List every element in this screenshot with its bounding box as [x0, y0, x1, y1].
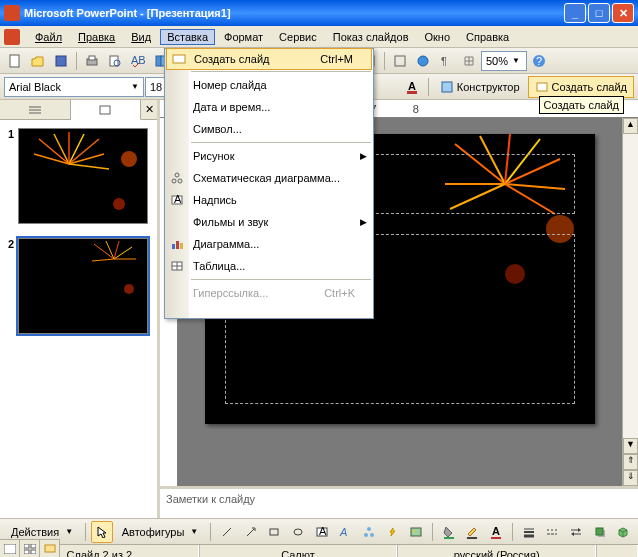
textbox-tool[interactable]: A — [311, 521, 333, 543]
arrow-style-tool[interactable] — [565, 521, 587, 543]
new-slide-button[interactable]: Создать слайд — [528, 76, 634, 98]
dm-new-slide[interactable]: Создать слайдCtrl+M — [166, 48, 372, 70]
doc-sys-icon[interactable] — [4, 29, 20, 45]
wordart-tool[interactable]: A — [334, 521, 356, 543]
tooltip-new-slide: Создать слайд — [539, 96, 624, 114]
thumb-1[interactable] — [18, 128, 148, 224]
tab-slides[interactable] — [71, 100, 142, 120]
zoom-combo[interactable]: 50%▼ — [481, 51, 527, 71]
svg-rect-54 — [24, 550, 29, 554]
help-button[interactable]: ? — [528, 50, 550, 72]
minimize-button[interactable]: _ — [564, 3, 586, 23]
line-style-tool[interactable] — [518, 521, 540, 543]
open-button[interactable] — [27, 50, 49, 72]
svg-point-71 — [294, 529, 302, 535]
svg-rect-51 — [4, 544, 16, 554]
dm-chart[interactable]: Диаграмма... — [165, 233, 373, 255]
svg-rect-27 — [407, 91, 417, 94]
line-color-tool[interactable] — [462, 521, 484, 543]
svg-point-79 — [413, 530, 415, 532]
svg-text:A: A — [319, 526, 327, 537]
menu-view[interactable]: Вид — [124, 29, 158, 45]
dm-picture[interactable]: Рисунок▶ — [165, 145, 373, 167]
image-tool[interactable] — [405, 521, 427, 543]
svg-rect-104 — [180, 243, 183, 249]
view-slideshow[interactable] — [40, 540, 60, 557]
menubar: Файл Правка Вид Вставка Формат Сервис По… — [0, 26, 638, 48]
font-color-button[interactable]: A — [402, 76, 424, 98]
svg-rect-96 — [173, 55, 185, 63]
powerpoint-icon — [4, 5, 20, 21]
print-button[interactable] — [81, 50, 103, 72]
preview-button[interactable] — [104, 50, 126, 72]
tab-outline[interactable] — [0, 100, 71, 119]
textbox-icon: A — [169, 192, 185, 208]
svg-rect-3 — [89, 56, 95, 60]
svg-rect-80 — [444, 537, 454, 539]
close-panel-button[interactable]: ✕ — [141, 100, 157, 119]
view-buttons — [0, 539, 60, 557]
thumb-row-2[interactable]: 2 — [4, 238, 153, 334]
design-button[interactable]: Конструктор — [433, 76, 527, 98]
svg-rect-1 — [56, 56, 66, 66]
spellcheck-button[interactable]: AB — [127, 50, 149, 72]
close-button[interactable]: ✕ — [612, 3, 634, 23]
svg-rect-83 — [491, 537, 501, 539]
menu-window[interactable]: Окно — [418, 29, 458, 45]
svg-point-42 — [121, 151, 137, 167]
dm-table[interactable]: Таблица... — [165, 255, 373, 277]
line-tool[interactable] — [216, 521, 238, 543]
thumb-row-1[interactable]: 1 — [4, 128, 153, 224]
notes-pane[interactable]: Заметки к слайду — [160, 486, 638, 518]
dm-slide-number[interactable]: Номер слайда — [165, 74, 373, 96]
save-button[interactable] — [50, 50, 72, 72]
new-doc-button[interactable] — [4, 50, 26, 72]
drawing-toolbar: Действия▼ Автофигуры▼ A A A — [0, 518, 638, 544]
svg-rect-55 — [31, 550, 36, 554]
clipart-tool[interactable] — [382, 521, 404, 543]
dm-symbol[interactable]: Символ... — [165, 118, 373, 140]
menu-help[interactable]: Справка — [459, 29, 516, 45]
shadow-tool[interactable] — [589, 521, 611, 543]
svg-rect-29 — [537, 83, 547, 91]
grid-button[interactable] — [458, 50, 480, 72]
svg-text:A: A — [174, 194, 182, 205]
dm-movies-sound[interactable]: Фильмы и звук▶ — [165, 211, 373, 233]
menu-edit[interactable]: Правка — [71, 29, 122, 45]
view-sorter[interactable] — [20, 540, 40, 557]
diagram-tool[interactable] — [358, 521, 380, 543]
autoshapes-menu[interactable]: Автофигуры▼ — [115, 521, 206, 543]
font-color-tool[interactable]: A — [485, 521, 507, 543]
show-formatting-button[interactable]: ¶ — [435, 50, 457, 72]
svg-rect-103 — [176, 241, 179, 249]
svg-point-43 — [113, 198, 125, 210]
menu-file[interactable]: Файл — [28, 29, 69, 45]
status-lang[interactable]: русский (Россия) — [397, 545, 596, 557]
menu-format[interactable]: Формат — [217, 29, 270, 45]
rect-tool[interactable] — [264, 521, 286, 543]
dm-date-time[interactable]: Дата и время... — [165, 96, 373, 118]
dm-diagram-scheme[interactable]: Схематическая диаграмма... — [165, 167, 373, 189]
menu-slideshow[interactable]: Показ слайдов — [326, 29, 416, 45]
font-combo[interactable]: Arial Black▼ — [4, 77, 144, 97]
status-extra — [596, 545, 638, 557]
menu-tools[interactable]: Сервис — [272, 29, 324, 45]
maximize-button[interactable]: □ — [588, 3, 610, 23]
dm-textbox[interactable]: A Надпись — [165, 189, 373, 211]
view-normal[interactable] — [0, 540, 20, 557]
svg-text:A: A — [339, 526, 347, 538]
3d-tool[interactable] — [612, 521, 634, 543]
oval-tool[interactable] — [287, 521, 309, 543]
dash-style-tool[interactable] — [542, 521, 564, 543]
hyperlink-button[interactable] — [412, 50, 434, 72]
select-tool[interactable] — [91, 521, 113, 543]
dm-expand[interactable] — [165, 304, 373, 318]
svg-rect-56 — [45, 545, 55, 552]
fill-color-tool[interactable] — [438, 521, 460, 543]
thumb-2[interactable] — [18, 238, 148, 334]
vertical-scrollbar[interactable]: ▲▼⇑⇓ — [622, 118, 638, 486]
arrow-tool[interactable] — [240, 521, 262, 543]
tables-borders-button[interactable] — [389, 50, 411, 72]
menu-insert[interactable]: Вставка — [160, 29, 215, 45]
svg-line-68 — [223, 528, 231, 536]
